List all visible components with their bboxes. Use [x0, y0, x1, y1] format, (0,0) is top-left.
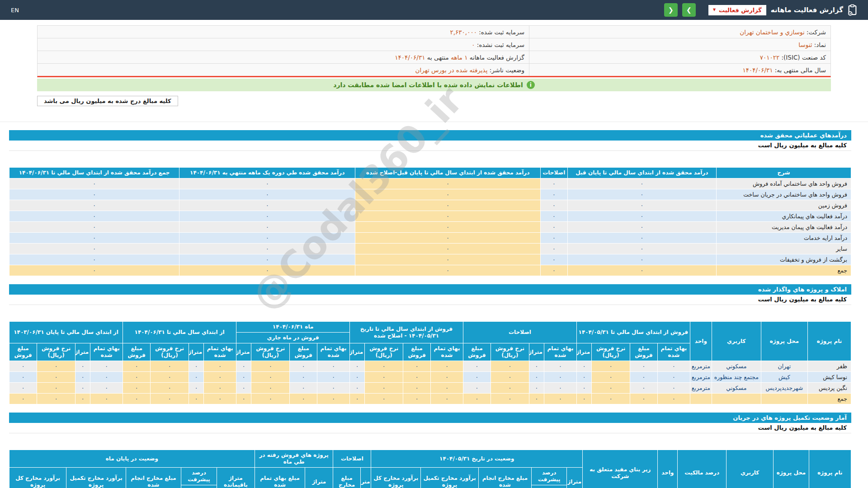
row-label-cell: درآمد ارایه خدمات [717, 233, 851, 244]
header-cell: مبلغ مخارج انجام شده [126, 468, 181, 488]
data-cell: ۰ [317, 361, 350, 372]
data-cell: ۰ [630, 394, 658, 404]
data-cell: ۰ [403, 394, 431, 404]
data-cell: ۰ [75, 394, 90, 404]
company-info-cell: گزارش فعالیت ماهانه ۱ ماهه منتهی به ۱۴۰۴… [38, 51, 529, 64]
header-cell: نرخ فروش (ریال) [251, 343, 290, 361]
header-cell: واحد [690, 322, 712, 361]
data-cell: ۰ [540, 233, 567, 244]
section-transferred-projects: املاک و پروژه هاي واگذار شده کلیه مبالغ … [9, 284, 851, 404]
chevron-left-icon: ❮ [668, 6, 674, 14]
data-cell: ۰ [540, 189, 567, 200]
prev-month-button[interactable]: ❮ [664, 3, 678, 17]
data-cell: ۰ [123, 372, 151, 383]
content-divider [0, 122, 868, 122]
projects-completion-table: نام پروژهمحل پروژهکاربريدرصد مالکیتواحدز… [9, 450, 851, 488]
header-cell: نرخ فروش (ریال) [151, 343, 189, 361]
data-cell [761, 394, 807, 404]
data-cell: ۰ [567, 233, 717, 244]
info-label: سرمایه ثبت نشده: [475, 41, 524, 48]
header-cell: بهاي تمام شده [544, 343, 576, 361]
data-cell: ۰ [236, 361, 251, 372]
data-cell: ۰ [189, 383, 203, 394]
data-cell: کیش [761, 372, 807, 383]
data-cell: ۰ [251, 361, 290, 372]
table-row: فروش واحد هاي ساختماني آماده فروش۰۰۰۰۰ [9, 178, 851, 189]
data-cell: مسکوني [712, 361, 761, 372]
data-cell: ۰ [657, 394, 690, 404]
company-info-table: شرکت: نوسازي و ساختمان تهرانسرمایه ثبت ش… [38, 26, 830, 76]
report-type-dropdown[interactable]: گزارش فعالیت ▼ [708, 5, 766, 15]
data-cell: ۰ [576, 383, 591, 394]
data-cell: ۰ [37, 372, 75, 383]
data-cell: ۰ [592, 383, 630, 394]
table-row: درآمد ارایه خدمات۰۰۰۰۰ [9, 233, 851, 244]
header-cell: فیزیکی [181, 485, 217, 488]
info-value: پذیرفته شده در بورس تهران [415, 66, 488, 74]
data-cell: ۰ [75, 383, 90, 394]
section-unit-note: کلیه مبالغ به میلیون ریال است [9, 295, 851, 305]
header-cell: متراژ [75, 343, 90, 361]
report-type-dropdown-label: گزارش فعالیت [719, 7, 762, 14]
next-month-button[interactable]: ❯ [682, 3, 696, 17]
top-bar: گزارش فعالیت ماهانه گزارش فعالیت ▼ ❯ ❮ E… [0, 0, 868, 20]
data-cell: ۰ [365, 394, 403, 404]
data-cell: ۰ [540, 244, 567, 254]
company-info-row: شرکت: نوسازي و ساختمان تهرانسرمایه ثبت ش… [38, 26, 830, 38]
data-cell: ۰ [317, 394, 350, 404]
data-cell: ۰ [403, 383, 431, 394]
data-cell: ۰ [355, 178, 541, 189]
data-cell: ۰ [9, 178, 179, 189]
data-cell: ۰ [355, 211, 541, 222]
header-cell: برآورد مخارج کل پروژه [371, 468, 421, 488]
data-cell: ۰ [151, 383, 189, 394]
data-cell: ۰ [37, 383, 75, 394]
header-cell: برآورد مخارج کل پروژه [9, 468, 66, 488]
data-cell: ۰ [540, 265, 567, 276]
table-row: جمع۰۰۰۰۰ [9, 265, 851, 276]
row-label-cell: فروش واحد هاي ساختماني آماده فروش [717, 178, 851, 189]
table-row: نوسا کیشکیشمجتمع چند منظورهمترمربع۰۰۰۰۰۰… [9, 372, 851, 383]
header-cell: مبلغ فروش [123, 343, 151, 361]
data-cell: ۰ [567, 265, 717, 276]
data-cell: ۰ [123, 394, 151, 404]
table-row: برگشت از فروش و تخفیفات۰۰۰۰۰ [9, 254, 851, 265]
data-cell: ۰ [630, 383, 658, 394]
row-label-cell: جمع [717, 265, 851, 276]
data-cell: ۰ [189, 361, 203, 372]
data-cell: ۰ [540, 200, 567, 211]
info-label: سرمایه ثبت شده: [477, 28, 524, 36]
header-cell: برآورد مخارج تکمیل پروژه [66, 468, 126, 488]
data-cell: ۰ [355, 254, 541, 265]
header-cell: فروش از ابتداي سال مالي تا ۱۴۰۴/۰۵/۳۱ [576, 322, 690, 343]
section-projects-completion: آمار وضعیت تکمیل پروژه هاي در جریان کلیه… [9, 413, 851, 488]
monthly-activity-report-page: گزارش فعالیت ماهانه گزارش فعالیت ▼ ❯ ❮ E… [0, 0, 868, 488]
data-cell: ۰ [365, 361, 403, 372]
header-cell: مبلغ مخارج انجام شده [478, 468, 531, 488]
header-cell: از ابتداي سال مالي تا پایان ۱۴۰۳/۰۶/۳۱ [9, 322, 123, 343]
header-cell: فروش در ماه جاري [236, 333, 350, 343]
data-cell: ۰ [90, 394, 123, 404]
header-cell: ماه ۱۴۰۴/۰۶/۳۱ [236, 322, 350, 333]
data-cell: ۰ [290, 394, 317, 404]
clipboard-check-icon[interactable] [848, 4, 857, 16]
data-cell: ۰ [90, 372, 123, 383]
language-toggle-en[interactable]: EN [11, 7, 19, 14]
data-cell: ۰ [179, 211, 355, 222]
data-cell: ۰ [290, 372, 317, 383]
header-cell: بهاي تمام شده [317, 343, 350, 361]
data-cell: مترمربع [690, 383, 712, 394]
data-cell: ۰ [431, 372, 463, 383]
header-cell: درصد پیشرفت [531, 468, 567, 485]
data-cell: ۰ [567, 178, 717, 189]
data-cell: ۰ [179, 200, 355, 211]
data-cell: ۰ [37, 361, 75, 372]
header-cell: متراژ باقیمانده [217, 468, 255, 488]
company-info-cell: نماد: ثنوسا [529, 38, 830, 51]
company-info-body: شرکت: نوسازي و ساختمان تهرانسرمایه ثبت ش… [38, 26, 830, 76]
data-cell: ۰ [9, 233, 179, 244]
page-title: گزارش فعالیت ماهانه [771, 6, 843, 14]
header-cell: بهاي تمام شده [90, 343, 123, 361]
data-cell: ۰ [567, 211, 717, 222]
data-cell: ۰ [9, 222, 179, 233]
